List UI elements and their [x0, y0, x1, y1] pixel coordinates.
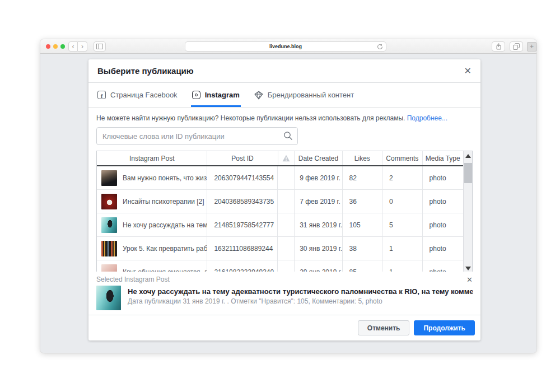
post-likes: 105 — [342, 213, 382, 236]
post-media-type: photo — [422, 260, 463, 272]
browser-toolbar: ‹ › livedune.blog — [40, 39, 536, 54]
post-likes: 85 — [342, 260, 382, 272]
browser-window: ‹ › livedune.blog — [40, 39, 536, 353]
window-zoom-button[interactable] — [60, 44, 65, 49]
sidebar-icon — [96, 44, 103, 49]
post-comments: 1 — [382, 237, 422, 260]
nav-button-group: ‹ › — [68, 41, 87, 52]
tab-bar: f Страница Facebook Instagram Брендирова… — [88, 83, 480, 108]
table-header-row: Instagram Post Post ID Date Creat — [97, 151, 463, 166]
post-likes: 38 — [342, 237, 382, 260]
table-row[interactable]: Инсайты психотерапии [2] П... 2040368589… — [97, 190, 463, 213]
post-thumbnail — [101, 170, 117, 186]
cell-instagram-post: Вам нужно понять, что жизнь ... — [97, 166, 207, 189]
selected-post-close-button[interactable]: ✕ — [466, 276, 473, 283]
post-date: 7 фев 2019 г. — [294, 190, 342, 213]
dialog-footer: Отменить Продолжить — [88, 315, 480, 340]
post-thumbnail — [101, 241, 117, 256]
scroll-down-arrow-icon[interactable] — [465, 267, 471, 270]
help-link[interactable]: Подробнее... — [407, 114, 447, 122]
column-header-likes: Likes — [342, 151, 382, 165]
cell-warning — [277, 260, 294, 272]
table-row[interactable]: Не хочу рассуждать на тему а... 21485197… — [97, 213, 463, 237]
column-header-warning — [278, 151, 295, 165]
table-scrollbar[interactable] — [463, 151, 472, 272]
dialog-header: Выберите публикацию ✕ — [88, 59, 480, 83]
post-title: Не хочу рассуждать на тему а... — [123, 221, 207, 229]
tab-instagram[interactable]: Instagram — [192, 83, 240, 107]
post-thumbnail — [101, 194, 117, 209]
branded-content-icon — [254, 91, 263, 100]
selected-post-meta: Дата публикации 31 янв 2019 г. . Отметки… — [128, 297, 473, 305]
cell-warning — [277, 237, 294, 260]
dialog-close-button[interactable]: ✕ — [464, 67, 472, 76]
search-input[interactable] — [96, 127, 298, 145]
post-comments: 1 — [382, 260, 422, 272]
cell-instagram-post: Не хочу рассуждать на тему а... — [97, 213, 207, 236]
table-row[interactable]: Урок 5. Как превратить работ... 16321110… — [97, 237, 463, 260]
selected-post-title: Не хочу рассуждать на тему адекватности … — [128, 287, 473, 296]
forward-button[interactable]: › — [78, 41, 87, 52]
post-title: Урок 5. Как превратить работ... — [123, 245, 207, 253]
selected-post-row: Не хочу рассуждать на тему адекватности … — [96, 286, 473, 310]
post-comments: 5 — [382, 213, 422, 236]
search-icon — [283, 131, 293, 141]
address-bar[interactable]: livedune.blog — [185, 41, 386, 52]
warning-icon — [282, 155, 290, 162]
tab-facebook-page[interactable]: f Страница Facebook — [97, 83, 178, 107]
window-close-button[interactable] — [46, 44, 50, 49]
column-header-instagram-post: Instagram Post — [97, 151, 207, 165]
share-icon — [496, 43, 502, 50]
post-date: 29 янв 2019 г. — [294, 260, 342, 272]
tab-branded-content[interactable]: Брендированный контент — [254, 83, 354, 107]
dialog-body: Не можете найти нужную публикацию? Некот… — [88, 108, 480, 272]
cell-warning — [277, 190, 294, 213]
share-button[interactable] — [492, 41, 505, 52]
post-title: Вам нужно понять, что жизнь ... — [123, 174, 207, 182]
post-comments: 0 — [382, 190, 422, 213]
dialog-title: Выберите публикацию — [97, 66, 194, 76]
continue-button[interactable]: Продолжить — [414, 320, 475, 335]
tab-label: Страница Facebook — [110, 91, 178, 99]
cell-instagram-post: Круг общения сменяется, люд... — [97, 260, 207, 272]
cancel-button[interactable]: Отменить — [358, 320, 410, 335]
table-body: Вам нужно понять, что жизнь ... 20630794… — [97, 166, 463, 272]
post-date: 31 янв 2019 г. — [294, 213, 342, 236]
post-id: 2063079447143554 — [207, 166, 277, 189]
post-likes: 36 — [342, 190, 382, 213]
show-tabs-button[interactable] — [510, 41, 523, 52]
scrollbar-thumb[interactable] — [464, 163, 472, 183]
table-row[interactable]: Круг общения сменяется, люд... 216108223… — [97, 260, 463, 272]
post-thumbnail — [101, 264, 117, 272]
post-id: 2148519758542777 — [207, 213, 277, 236]
posts-table-main: Instagram Post Post ID Date Creat — [97, 151, 463, 272]
select-post-dialog: Выберите публикацию ✕ f Страница Faceboo… — [88, 59, 480, 340]
cell-warning — [277, 213, 294, 236]
help-text: Не можете найти нужную публикацию? Некот… — [96, 114, 473, 122]
column-header-media-type: Media Type — [422, 151, 463, 165]
screenshot-canvas: ‹ › livedune.blog — [0, 0, 560, 392]
posts-table: Instagram Post Post ID Date Creat — [96, 151, 473, 272]
post-date: 30 янв 2019 г. — [294, 237, 342, 260]
instagram-icon — [192, 91, 200, 99]
scroll-up-arrow-icon[interactable] — [465, 154, 471, 158]
column-header-comments: Comments — [382, 151, 422, 165]
post-media-type: photo — [422, 213, 463, 236]
page-background: Выберите публикацию ✕ f Страница Faceboo… — [40, 54, 536, 353]
selected-post-thumbnail — [96, 286, 121, 310]
post-id: 2040368589343735 — [207, 190, 277, 213]
post-date: 9 фев 2019 г. — [294, 166, 342, 189]
post-media-type: photo — [422, 237, 463, 260]
window-minimize-button[interactable] — [53, 44, 58, 49]
post-id: 1632111086889244 — [207, 237, 277, 260]
post-id: 2161082233949340 — [207, 260, 277, 272]
back-button[interactable]: ‹ — [68, 41, 78, 52]
sidebar-toggle-button[interactable] — [94, 41, 106, 52]
table-row[interactable]: Вам нужно понять, что жизнь ... 20630794… — [97, 166, 463, 190]
tabs-icon — [513, 43, 520, 50]
post-thumbnail — [101, 217, 117, 233]
reload-icon[interactable] — [377, 44, 383, 50]
tab-label: Брендированный контент — [268, 91, 354, 99]
column-header-date-created: Date Created — [294, 151, 342, 165]
new-tab-button[interactable]: + — [527, 42, 536, 52]
